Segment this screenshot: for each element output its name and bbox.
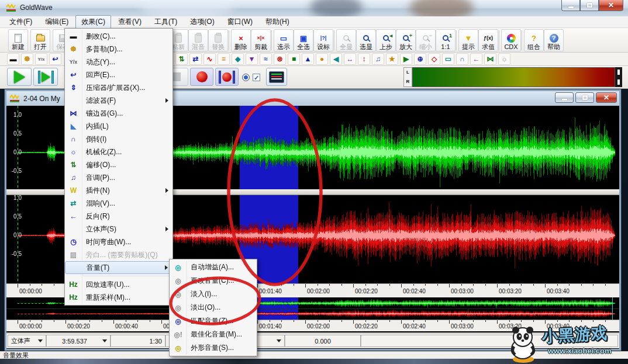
menu-item-fade-in[interactable]: ◎淡入(I)... (170, 287, 257, 301)
effect-shortcut-icon[interactable]: ▬ (7, 53, 19, 65)
effect-shortcut-icon[interactable]: ♫ (372, 53, 384, 65)
doc-restore-button[interactable] (575, 92, 594, 103)
menu-item-shape-volume[interactable]: ◎外形音量(S)... (170, 341, 257, 355)
menu-窗口[interactable]: 窗口(W) (222, 15, 258, 29)
select-all-button[interactable]: ▣全选 (294, 29, 313, 51)
effect-shortcut-icon[interactable]: ⇅ (175, 53, 188, 65)
menu-item-interpolate[interactable]: ◣内插(L) (65, 120, 172, 133)
effect-shortcut-icon[interactable]: ★ (386, 53, 398, 65)
menu-item-modify[interactable]: ▬删改(C)... (65, 30, 172, 43)
monitor-checkbox[interactable]: ✓ (253, 74, 260, 81)
close-button[interactable]: ✕ (599, 0, 623, 11)
titlebar[interactable]: GoldWave ✕ (0, 0, 628, 16)
record-selection-button[interactable] (215, 68, 239, 86)
menu-工具[interactable]: 工具(T) (149, 15, 183, 29)
doc-minimize-button[interactable] (555, 92, 574, 103)
effect-shortcut-icon[interactable]: ≈ (260, 53, 272, 65)
device-properties-button[interactable] (266, 68, 287, 86)
menu-item-maximize-volume[interactable]: ◎!最佳化音量(M)... (170, 328, 257, 341)
effect-shortcut-icon[interactable]: ▲ (302, 53, 314, 65)
effect-shortcut-icon[interactable]: ↩ (49, 53, 61, 65)
channel-mode-select[interactable]: 立体声 (8, 335, 46, 347)
show-all-button[interactable]: 全显 (336, 29, 356, 51)
open-button[interactable]: 打开 (30, 29, 50, 51)
help-button[interactable]: ?帮助 (544, 29, 564, 51)
menu-item-filter[interactable]: 滤波器(F) (65, 94, 172, 107)
effect-shortcut-icon[interactable]: ⋈ (484, 53, 496, 65)
effect-shortcut-icon[interactable]: ▭ (442, 53, 454, 65)
effect-shortcut-icon[interactable]: ☸ (21, 53, 33, 65)
play-button[interactable] (7, 68, 32, 86)
menu-item-stereo[interactable]: 立体声(S) (65, 223, 172, 235)
menu-item-flanger[interactable]: ⋈镶边器(G)... (65, 107, 172, 120)
effect-shortcut-icon[interactable]: ← (470, 53, 482, 65)
effect-shortcut-icon[interactable]: ⊗ (274, 53, 286, 65)
menu-item-auto-gain[interactable]: ◎自动增益(A)... (170, 261, 257, 274)
menu-item-reverse[interactable]: ←反向(R) (65, 210, 172, 223)
effect-shortcut-icon[interactable]: ▼ (246, 53, 258, 65)
restore-button[interactable] (580, 0, 599, 11)
menu-item-volume[interactable]: 音量(T) (65, 261, 172, 274)
menu-item-dynamics[interactable]: Y/x动态(Y)... (65, 56, 172, 68)
effect-shortcut-icon[interactable]: ⊕ (414, 53, 426, 65)
menu-item-resample[interactable]: Hz重新采样(M)... (65, 291, 172, 304)
show-selection-button[interactable]: 选显 (356, 29, 376, 51)
cdx-button[interactable]: CDX (501, 29, 521, 51)
effect-shortcut-icon[interactable]: ∿ (203, 53, 216, 65)
zoom-out-button[interactable]: −缩小 (416, 29, 436, 51)
menu-item-reverb[interactable]: ⇄混响(V)... (65, 197, 172, 210)
menu-item-pitch[interactable]: ♫音调(P)... (65, 171, 172, 184)
replace-button[interactable]: 替换 (208, 29, 228, 51)
play-selection-button[interactable] (33, 68, 58, 86)
record-button[interactable] (190, 68, 213, 86)
set-selection-button[interactable]: ▭选示 (274, 29, 294, 51)
menu-item-fade-out[interactable]: ◎淡出(O)... (170, 301, 257, 314)
effect-shortcut-icon[interactable]: ☼ (498, 53, 510, 65)
effect-shortcut-icon[interactable]: ≡ (218, 53, 230, 65)
menu-item-match-volume[interactable]: ◎匹配音量(Z)... (170, 314, 257, 328)
effect-shortcut-icon[interactable]: ● (316, 53, 328, 65)
zoom-1-1-button[interactable]: 11:1 (436, 29, 456, 51)
effect-shortcut-icon[interactable]: ◇ (428, 53, 440, 65)
effect-shortcut-icon[interactable]: ↔ (344, 53, 356, 65)
delete-button[interactable]: ×删除 (231, 29, 251, 51)
menu-编辑[interactable]: 编辑(E) (39, 15, 74, 29)
menu-item-invert[interactable]: ∩倒转(I) (65, 133, 172, 145)
effect-shortcut-icon[interactable]: ∩ (456, 53, 468, 65)
menu-效果[interactable]: 效果(C) (75, 15, 111, 29)
menu-item-compressor-expander[interactable]: ⇕压缩器/扩展器(X)... (65, 81, 172, 94)
evaluate-button[interactable]: ƒ(x)求值 (478, 29, 498, 51)
effect-shortcut-icon[interactable]: Y/x (35, 53, 47, 65)
menu-选项[interactable]: 选项(O) (184, 15, 220, 29)
zoom-previous-button[interactable]: ◂上步 (376, 29, 396, 51)
menu-查看[interactable]: 查看(V) (112, 15, 147, 29)
menu-item-echo[interactable]: ↩回声(E)... (65, 68, 172, 81)
menu-item-playback-rate[interactable]: Hz回放速率(U)... (65, 278, 172, 291)
new-button[interactable]: 新建 (8, 29, 28, 51)
menu-item-plugin[interactable]: W插件(N) (65, 184, 172, 197)
effect-shortcut-icon[interactable]: ◀ (330, 53, 342, 65)
menu-item-voice-over[interactable]: ▨旁白... (需要剪贴板)(Q) (65, 248, 172, 261)
length-select[interactable]: 3:59.537 (46, 335, 111, 347)
menu-item-change-volume[interactable]: ◎更改音量(C)... (170, 274, 257, 287)
menu-帮助[interactable]: 帮助(H) (260, 15, 295, 29)
menu-item-mechanize[interactable]: ☼机械化(Z)... (65, 145, 172, 158)
zoom-in-button[interactable]: +放大 (396, 29, 416, 51)
doc-close-button[interactable]: ✕ (596, 92, 617, 103)
monitor-radio[interactable] (242, 74, 250, 81)
effect-shortcut-icon[interactable]: ↕ (358, 53, 370, 65)
effect-shortcut-icon[interactable]: ⇄ (189, 53, 202, 65)
menu-item-time-warp[interactable]: ◷时间弯曲(W)... (65, 235, 172, 248)
menu-文件[interactable]: 文件(F) (4, 15, 38, 29)
trim-button[interactable]: ×|×剪裁 (251, 29, 271, 51)
effect-shortcut-icon[interactable]: ▶ (400, 53, 412, 65)
menu-item-offset[interactable]: ⇅偏移(O)... (65, 158, 172, 171)
mix-button[interactable]: 混音 (188, 29, 208, 51)
effect-shortcut-icon[interactable]: ◆ (232, 53, 244, 65)
effect-shortcut-icon[interactable]: ■ (288, 53, 300, 65)
minimize-button[interactable] (561, 0, 580, 11)
menu-item-doppler[interactable]: ☸多普勒(D)... (65, 43, 172, 56)
tips-button[interactable]: ▼提示 (458, 29, 478, 51)
set-marker-button[interactable]: |?|设标 (313, 29, 333, 51)
preset-button[interactable]: ?组合 (524, 29, 544, 51)
